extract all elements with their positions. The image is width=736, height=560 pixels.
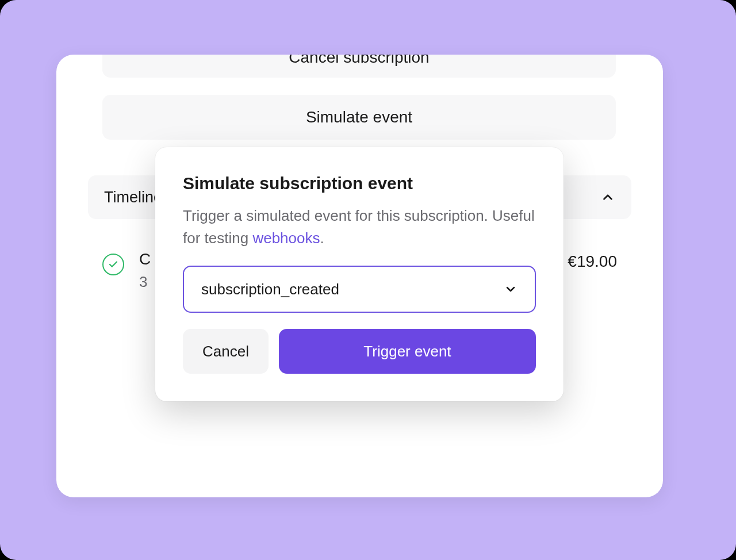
check-circle-icon [102,254,124,275]
trigger-event-label: Trigger event [363,343,451,360]
modal-description-suffix: . [320,229,324,247]
cancel-button[interactable]: Cancel [183,329,269,374]
timeline-item-price: €19.00 [568,250,617,271]
modal-button-row: Cancel Trigger event [183,329,536,374]
simulate-event-modal: Simulate subscription event Trigger a si… [155,147,564,401]
cancel-button-label: Cancel [202,343,249,360]
cancel-subscription-label: Cancel subscription [289,55,429,67]
chevron-up-icon [600,190,615,205]
timeline-item-title: C [139,250,151,269]
timeline-item-text: C 3 [139,250,151,291]
cancel-subscription-button[interactable]: Cancel subscription [102,55,616,78]
timeline-label: Timeline [104,189,162,206]
viewport-backdrop: Cancel subscription Simulate event Timel… [0,0,736,560]
modal-title: Simulate subscription event [183,174,536,193]
timeline-item-subtitle: 3 [139,273,151,291]
chevron-down-icon [504,282,518,296]
modal-description-prefix: Trigger a simulated event for this subsc… [183,207,535,247]
simulate-event-button[interactable]: Simulate event [102,95,616,140]
event-type-select[interactable]: subscription_created [183,266,536,313]
webhooks-link[interactable]: webhooks [252,229,320,247]
event-type-value: subscription_created [201,281,339,298]
simulate-event-label: Simulate event [306,108,412,126]
modal-description: Trigger a simulated event for this subsc… [183,205,536,250]
trigger-event-button[interactable]: Trigger event [279,329,536,374]
